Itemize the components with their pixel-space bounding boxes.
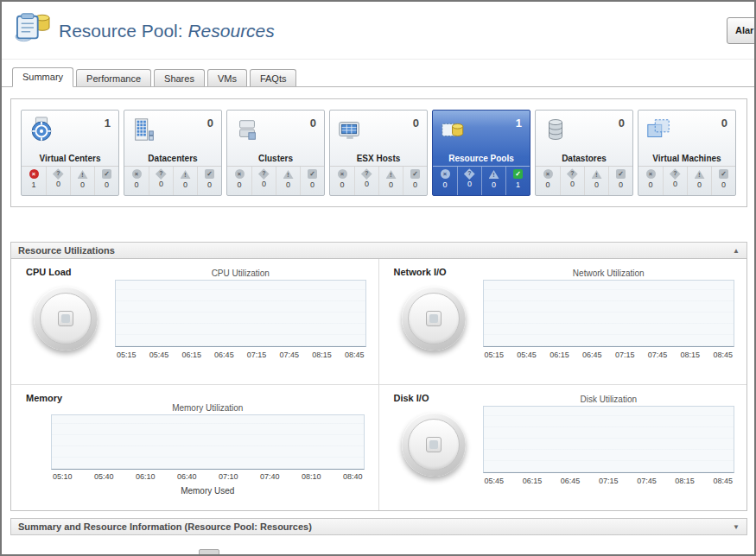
status-cell-normal[interactable]: ✓0 <box>94 167 118 195</box>
tile-status-bar: ×0?0!0✓1 <box>433 166 530 195</box>
status-cell-critical[interactable]: ?0 <box>149 167 173 195</box>
critical-status-icon: ? <box>156 168 166 179</box>
tile-datacenters[interactable]: 0Datacenters×0?0!0✓0 <box>124 110 222 196</box>
tile-status-bar: ×0?0!0✓0 <box>536 166 632 195</box>
status-cell-warning[interactable]: !0 <box>378 167 403 195</box>
status-cell-critical[interactable]: ?0 <box>354 167 378 195</box>
status-count: 0 <box>330 180 354 189</box>
tile-count: 1 <box>105 117 111 130</box>
status-cell-critical[interactable]: ?0 <box>457 167 481 195</box>
status-cell-fatal[interactable]: ×0 <box>124 167 149 195</box>
section-header-summary-info[interactable]: Summary and Resource Information (Resour… <box>10 518 747 535</box>
quadrant-memory: MemoryMemory Utilization05:1005:4006:100… <box>11 385 379 511</box>
status-count: 0 <box>609 180 632 189</box>
tile-count: 0 <box>413 117 419 130</box>
tab-bar: SummaryPerformanceSharesVMsFAQts <box>2 67 754 87</box>
status-cell-warning[interactable]: !0 <box>584 167 608 195</box>
status-cell-normal[interactable]: ✓0 <box>197 167 221 195</box>
quadrant-network-i-o: Network I/ONetwork Utilization05:1505:45… <box>379 259 747 385</box>
tab-summary[interactable]: Summary <box>12 67 73 87</box>
status-cell-critical[interactable]: ?0 <box>663 167 687 195</box>
status-cell-normal[interactable]: ✓0 <box>608 167 632 195</box>
alarms-button[interactable]: Alar <box>727 17 756 44</box>
status-count: 0 <box>252 180 276 188</box>
tab-shares[interactable]: Shares <box>154 69 205 86</box>
fatal-status-icon: × <box>29 169 39 179</box>
tile-status-bar: ×0?0!0✓0 <box>124 166 221 195</box>
status-count: 0 <box>124 180 149 189</box>
datacenters-icon <box>131 117 157 142</box>
status-cell-fatal[interactable]: ×0 <box>433 167 457 195</box>
status-cell-critical[interactable]: ?0 <box>560 167 584 195</box>
status-count: 0 <box>174 180 197 189</box>
status-count: 0 <box>227 180 251 189</box>
section-header-resource-utilizations[interactable]: Resource Utilizations ▲ <box>10 242 747 259</box>
tick-label: 07:45 <box>648 351 668 359</box>
warning-status-icon: ! <box>386 170 397 179</box>
quadrant-disk-i-o: Disk I/ODisk Utilization05:4506:1506:450… <box>379 385 747 511</box>
status-cell-critical[interactable]: ?0 <box>251 167 276 195</box>
tick-label: 05:45 <box>485 477 505 485</box>
tile-clusters[interactable]: 0Clusters×0?0!0✓0 <box>226 110 325 196</box>
status-cell-warning[interactable]: !0 <box>70 167 94 195</box>
tick-label: 06:45 <box>582 351 602 359</box>
tick-label: 08:45 <box>713 351 733 359</box>
critical-status-icon: ? <box>361 168 372 179</box>
resource-pool-icon <box>14 11 52 44</box>
esx-hosts-icon <box>337 117 363 142</box>
warning-status-icon: ! <box>592 170 602 179</box>
status-cell-warning[interactable]: !0 <box>276 167 300 195</box>
status-cell-fatal[interactable]: ×0 <box>227 167 251 195</box>
tile-virtual-centers[interactable]: 1Virtual Centers×1?0!0✓0 <box>21 110 119 196</box>
tick-label: 05:45 <box>149 351 169 359</box>
fatal-status-icon: × <box>441 169 450 179</box>
collapse-up-icon[interactable]: ▲ <box>733 243 740 259</box>
tile-esx-hosts[interactable]: 0ESX Hosts×0?0!0✓0 <box>329 110 428 196</box>
status-cell-fatal[interactable]: ×1 <box>22 167 46 195</box>
disk-i-o-chart <box>483 406 735 473</box>
virtual-machines-icon <box>645 117 671 142</box>
tile-datastores[interactable]: 0Datastores×0?0!0✓0 <box>535 110 633 196</box>
cpu-load-chart <box>115 280 366 347</box>
status-cell-fatal[interactable]: ×0 <box>536 167 560 195</box>
tile-label: Resource Pools <box>433 154 530 163</box>
status-cell-critical[interactable]: ?0 <box>46 167 70 195</box>
status-cell-normal[interactable]: ✓0 <box>711 167 735 195</box>
tick-label: 07:15 <box>615 351 635 359</box>
status-count: 1 <box>506 180 530 189</box>
tab-vms[interactable]: VMs <box>207 69 247 86</box>
tab-performance[interactable]: Performance <box>76 69 151 86</box>
warning-status-icon: ! <box>181 170 191 179</box>
status-count: 0 <box>403 180 427 189</box>
status-cell-normal[interactable]: ✓0 <box>403 167 427 195</box>
quadrant-title: CPU Load <box>26 267 72 277</box>
status-cell-warning[interactable]: !0 <box>481 167 505 195</box>
status-cell-fatal[interactable]: ×0 <box>638 167 663 195</box>
clusters-icon <box>234 117 260 142</box>
status-count: 0 <box>638 180 663 189</box>
status-cell-normal[interactable]: ✓1 <box>505 167 530 195</box>
status-cell-warning[interactable]: !0 <box>687 167 711 195</box>
tile-label: Datastores <box>536 154 632 163</box>
tick-label: 08:45 <box>345 351 365 359</box>
tab-faqts[interactable]: FAQts <box>250 69 297 86</box>
memory-chart <box>51 414 365 470</box>
warning-status-icon: ! <box>78 170 88 179</box>
tile-status-bar: ×0?0!0✓0 <box>638 166 735 195</box>
section-title: Resource Utilizations <box>18 245 115 256</box>
tick-label: 08:45 <box>713 477 733 485</box>
status-cell-normal[interactable]: ✓0 <box>300 167 324 195</box>
status-cell-fatal[interactable]: ×0 <box>330 167 354 195</box>
tile-virtual-machines[interactable]: 0Virtual Machines×0?0!0✓0 <box>638 110 736 196</box>
tile-count: 1 <box>516 117 522 130</box>
tile-resource-pools[interactable]: 1Resource Pools×0?0!0✓1 <box>432 110 530 196</box>
status-count: 0 <box>379 180 403 189</box>
tick-label: 06:45 <box>561 477 581 485</box>
normal-status-icon: ✓ <box>308 169 317 179</box>
chart-title: Disk Utilization <box>483 395 735 404</box>
status-cell-warning[interactable]: !0 <box>173 167 197 195</box>
collapse-down-icon[interactable]: ▼ <box>733 520 740 535</box>
tick-label: 05:45 <box>517 351 537 359</box>
tile-status-bar: ×1?0!0✓0 <box>22 166 118 195</box>
tile-count: 0 <box>310 117 316 130</box>
